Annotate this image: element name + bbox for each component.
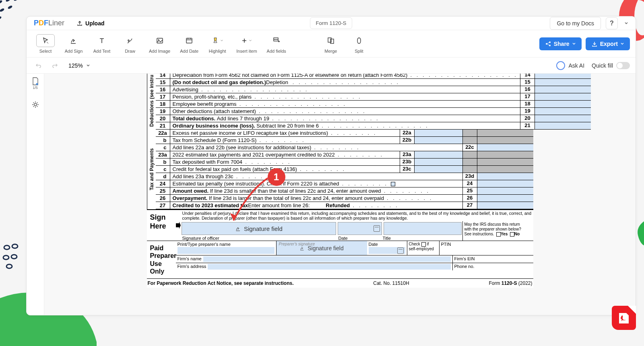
amount-field[interactable] [414,137,462,144]
title-field[interactable] [384,222,461,235]
insert-item-tool[interactable]: Insert item [232,34,261,54]
line-number: 27 [156,202,170,209]
amount-field[interactable] [477,195,533,202]
sign-here-label: SignHere [147,210,176,241]
svg-point-6 [4,245,10,249]
amount-field[interactable] [535,79,591,86]
image-icon [156,37,164,45]
amount-field[interactable] [535,108,591,115]
add-sign-tool[interactable]: Add Sign [60,34,87,54]
decoration-blob [0,0,28,28]
toggle-switch[interactable] [616,62,630,69]
no-checkbox[interactable] [510,232,514,237]
line-number: 24 [156,180,170,187]
svg-rect-13 [186,38,192,43]
app-window: PDFLiner Upload Form 1120-S Go to my Doc… [26,16,636,315]
document-title[interactable]: Form 1120-S [310,17,353,29]
line-number: b [156,137,170,144]
calendar-icon [374,225,380,232]
print-name-field[interactable] [178,247,275,254]
date-label: Date [339,236,383,241]
add-image-tool[interactable]: Add Image [145,34,174,54]
line-ref: 27 [462,202,477,209]
amount-field[interactable] [414,159,462,165]
amount-field[interactable] [414,166,462,173]
go-to-docs-button[interactable]: Go to my Docs [550,17,601,30]
add-date-tool[interactable]: Add Date [176,34,202,54]
amount-field[interactable] [414,151,462,158]
add-fields-tool[interactable]: Add fields [263,34,290,54]
svg-point-1 [5,0,10,2]
select-tool[interactable]: Select [32,34,59,54]
zoom-selector[interactable]: 125% [64,61,94,70]
svg-point-17 [546,43,547,45]
amount-field[interactable] [535,115,591,122]
amount-field[interactable] [477,202,533,209]
svg-rect-16 [330,39,334,43]
settings-button[interactable] [30,99,41,110]
chevron-down-icon[interactable] [624,21,628,25]
sign-date-field[interactable] [338,222,382,235]
add-text-tool[interactable]: Add Text [89,34,115,54]
line-number: c [156,166,170,173]
footer-cat: Cat. No. 11510H [373,280,409,286]
form-2220-checkbox[interactable] [391,182,395,186]
split-tool[interactable]: Split [346,34,372,54]
preparer-signature-field[interactable]: Preparer's signature Signature field [277,241,367,255]
share-button[interactable]: Share [539,37,582,50]
merge-tool[interactable]: Merge [318,34,344,54]
chevron-down-icon [220,39,223,42]
line-text: Pension, profit-sharing, etc., plans . .… [170,93,520,100]
logo[interactable]: PDFLiner [34,19,64,27]
text-icon [98,37,106,45]
amount-field[interactable] [535,122,591,129]
line-text: Credit for federal tax paid on fuels (at… [170,166,400,173]
help-button[interactable]: ? [606,17,618,29]
firm-name-field[interactable] [203,256,451,262]
toolbar: Select Add Sign Add Text Draw Add Image … [27,30,636,58]
line-number: 16 [156,86,170,93]
amount-field[interactable] [477,180,533,187]
amount-field[interactable] [535,101,591,107]
amount-field[interactable] [477,173,533,180]
highlight-tool[interactable]: Highlight [204,34,231,54]
page-thumbnails-button[interactable]: 1/5 [30,77,41,90]
line-text: 2022 estimated tax payments and 2021 ove… [170,151,400,158]
line-text: Add lines 23a through 23c . . . . . . . … [170,173,462,180]
section-tax-label: Tax and Payments [147,130,156,209]
line-ref: 17 [520,93,535,100]
prep-date-field[interactable] [369,247,405,254]
document-canvas[interactable]: Deductions (see instru 14 Depreciation f… [44,74,636,315]
amount-field[interactable] [535,86,591,93]
amount-field[interactable] [477,187,533,194]
subtoolbar: 125% Ask AI Quick fill [27,58,636,74]
amount-field[interactable] [414,130,462,136]
sig-officer-label: Signature of officer [182,236,339,241]
yes-checkbox[interactable] [496,232,501,237]
upload-label: Upload [85,20,104,27]
line-text: Amount owed. If line 23d is smaller than… [170,187,462,194]
line-text: Credited to 2023 estimated taxEnter amou… [170,202,462,209]
line-number: b [156,159,170,165]
amount-field[interactable] [477,144,533,151]
svg-point-3 [0,8,5,12]
line-number: 23a [156,151,170,158]
firm-addr-field[interactable] [208,264,450,270]
firm-ein-label: Firm's EIN [453,255,533,263]
amount-field[interactable] [535,74,591,78]
line-ref: 22c [462,144,477,151]
quickfill-toggle[interactable]: Quick fill [592,62,630,69]
amount-field[interactable] [535,93,591,100]
svg-point-8 [3,255,9,260]
line-ref: 22a [400,130,414,136]
redo-button[interactable] [48,60,61,71]
self-employed-checkbox[interactable] [421,242,426,247]
upload-button[interactable]: Upload [76,20,104,27]
ask-ai-button[interactable]: Ask AI [556,61,584,70]
line-text: Excess net passive income or LIFO recapt… [170,130,400,136]
undo-button[interactable] [32,60,45,71]
draw-tool[interactable]: Draw [117,34,143,54]
calendar-icon [397,247,404,254]
line-text: Depreciation from Form 4562 not claimed … [170,74,520,78]
export-button[interactable]: Export [586,37,630,50]
